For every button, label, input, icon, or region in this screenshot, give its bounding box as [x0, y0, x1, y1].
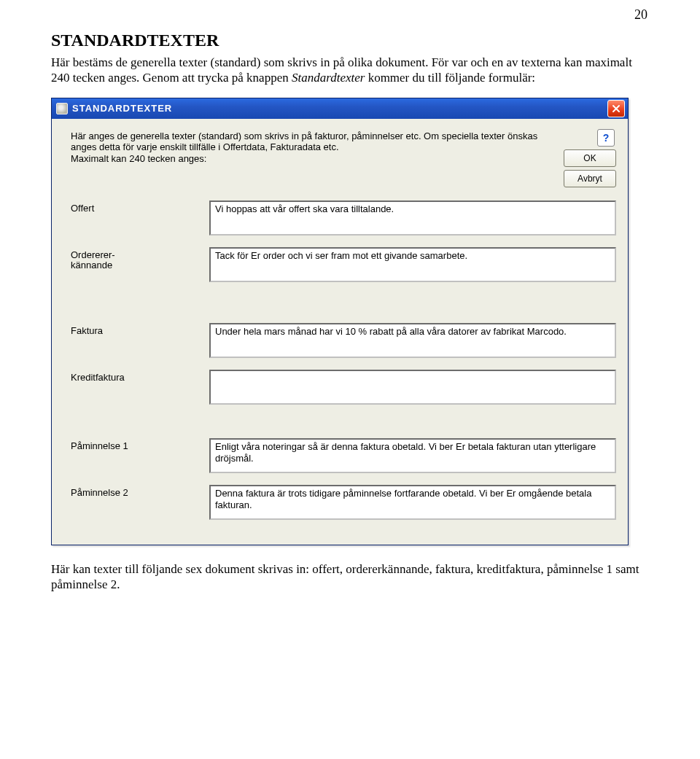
label-offert: Offert — [71, 201, 209, 214]
window-title: STANDARDTEXTER — [72, 103, 607, 114]
field-row-faktura: Faktura Under hela mars månad har vi 10 … — [71, 323, 616, 358]
input-paminnelse1[interactable]: Enligt våra noteringar så är denna faktu… — [209, 438, 616, 473]
input-paminnelse2[interactable]: Denna faktura är trots tidigare påminnel… — [209, 485, 616, 520]
input-offert[interactable]: Vi hoppas att vår offert ska vara tillta… — [209, 201, 616, 236]
fields-area: Offert Vi hoppas att vår offert ska vara… — [71, 201, 616, 520]
help-icon: ? — [603, 132, 610, 144]
field-row-ordererkannande: Ordererer- kännande Tack för Er order oc… — [71, 247, 616, 282]
field-row-offert: Offert Vi hoppas att vår offert ska vara… — [71, 201, 616, 236]
window-body: Här anges de generella texter (standard)… — [52, 119, 628, 545]
label-faktura: Faktura — [71, 323, 209, 337]
help-button[interactable]: ? — [597, 129, 615, 147]
input-ordererkannande[interactable]: Tack för Er order och vi ser fram mot et… — [209, 247, 616, 282]
field-row-kreditfaktura: Kreditfaktura — [71, 370, 616, 405]
label-paminnelse1: Påminnelse 1 — [71, 438, 209, 452]
window-right-controls: ? OK Avbryt — [551, 129, 616, 187]
window-description: Här anges de generella texter (standard)… — [71, 129, 542, 165]
ok-button[interactable]: OK — [564, 149, 616, 167]
input-kreditfaktura[interactable] — [209, 370, 616, 405]
close-button[interactable] — [607, 100, 625, 117]
lead-italic-ref: Standardtexter — [292, 71, 365, 85]
field-row-paminnelse1: Påminnelse 1 Enligt våra noteringar så ä… — [71, 438, 616, 473]
window-sysmenu-icon[interactable] — [56, 103, 68, 114]
heading-standardtexter: STANDARDTEXTER — [51, 31, 649, 50]
field-row-paminnelse2: Påminnelse 2 Denna faktura är trots tidi… — [71, 485, 616, 520]
outro-paragraph: Här kan texter till följande sex dokumen… — [51, 561, 649, 593]
lead-part2: kommer du till följande formulär: — [365, 71, 535, 85]
description-row: Här anges de generella texter (standard)… — [71, 129, 616, 187]
label-ordererkannande: Ordererer- kännande — [71, 247, 209, 272]
page-number: 20 — [634, 7, 648, 23]
standardtexter-window: STANDARDTEXTER Här anges de generella te… — [51, 98, 629, 545]
input-faktura[interactable]: Under hela mars månad har vi 10 % rabatt… — [209, 323, 616, 358]
cancel-button[interactable]: Avbryt — [564, 170, 616, 187]
close-icon — [612, 104, 621, 113]
lead-paragraph: Här bestäms de generella texter (standar… — [51, 55, 649, 86]
label-kreditfaktura: Kreditfaktura — [71, 370, 209, 384]
label-paminnelse2: Påminnelse 2 — [71, 485, 209, 499]
window-titlebar[interactable]: STANDARDTEXTER — [52, 98, 628, 119]
document-page: 20 STANDARDTEXTER Här bestäms de generel… — [0, 0, 700, 759]
